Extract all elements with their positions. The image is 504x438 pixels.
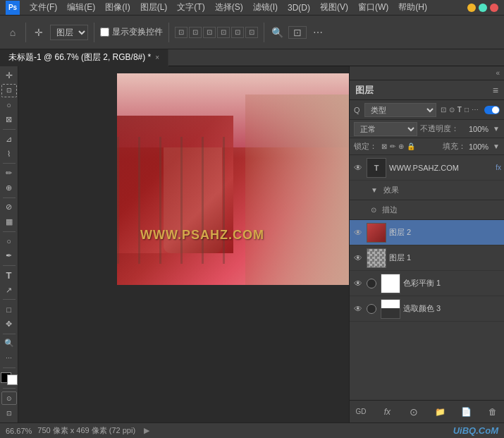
dodge-tool[interactable]: ○ xyxy=(1,235,17,248)
tool-divider-3 xyxy=(3,197,16,198)
text-tool[interactable]: T xyxy=(1,269,17,282)
align-right-icon[interactable]: ⊡ xyxy=(203,27,216,38)
menu-edit[interactable]: 编辑(E) xyxy=(63,0,99,15)
tab-close-button[interactable]: × xyxy=(155,54,159,61)
dimensions-expand[interactable]: ▶ xyxy=(144,426,149,435)
screen-mode-tool[interactable]: ⊡ xyxy=(1,406,17,420)
menu-text[interactable]: 文字(T) xyxy=(173,0,209,15)
align-bottom-icon[interactable]: ⊡ xyxy=(245,27,258,38)
tab-bar: 未标题-1 @ 66.7% (图层 2, RGB/8#) * × xyxy=(0,49,504,66)
gradient-tool[interactable]: ▦ xyxy=(1,215,17,229)
layer-visibility-2[interactable]: 👁 xyxy=(352,227,364,238)
new-layer-button[interactable]: 📄 xyxy=(460,405,474,419)
menu-view[interactable]: 视图(V) xyxy=(316,0,352,15)
panel-menu-icon[interactable]: ≡ xyxy=(493,85,498,96)
filter-text-icon[interactable]: T xyxy=(457,106,462,114)
crop-tool[interactable]: ⊿ xyxy=(1,133,17,146)
layer-visibility-text[interactable]: 👁 xyxy=(352,162,364,174)
menu-image[interactable]: 图像(I) xyxy=(101,0,134,15)
search-icon[interactable]: 🔍 xyxy=(270,25,284,39)
layer-sub-stroke[interactable]: ⊙ 描边 xyxy=(350,200,504,220)
transform-checkbox-input[interactable] xyxy=(100,28,109,37)
layer-2[interactable]: 👁 图层 2 xyxy=(350,220,504,245)
layer-text[interactable]: 👁 T WWW.PSAHZ.COM fx xyxy=(350,155,504,181)
layer-visibility-1[interactable]: 👁 xyxy=(352,253,364,264)
toolbar-divider-4 xyxy=(264,23,264,42)
ps-logo: Ps xyxy=(6,1,20,15)
filter-toggle[interactable] xyxy=(484,106,500,114)
more-tools[interactable]: ⋯ xyxy=(1,351,17,365)
filter-pixel-icon[interactable]: ⊡ xyxy=(441,106,446,114)
quick-mask-tool[interactable]: ⊙ xyxy=(1,391,17,405)
lock-pixels-icon[interactable]: ⊠ xyxy=(381,142,387,150)
layer-sub-stroke-name: 描边 xyxy=(382,205,398,215)
layer-sub-effects[interactable]: ▼ 效果 xyxy=(350,181,504,200)
blend-row: 正常 不透明度： 100% ▼ xyxy=(350,120,504,138)
toolbar-divider-3 xyxy=(168,23,169,42)
marquee-tool[interactable]: ⊡ xyxy=(1,84,17,97)
menu-file[interactable]: 文件(F) xyxy=(25,0,61,15)
lock-all-icon[interactable]: 🔒 xyxy=(407,142,415,150)
fx-button[interactable]: fx xyxy=(380,405,394,419)
tool-divider-6 xyxy=(3,299,16,300)
move-mode-select[interactable]: 图层 xyxy=(50,25,88,40)
opacity-row: 不透明度： 100% ▼ xyxy=(420,123,500,134)
move-tool[interactable]: ✛ xyxy=(1,69,17,83)
lock-position-icon[interactable]: ✏ xyxy=(390,142,395,150)
more-options-icon[interactable]: ⋯ xyxy=(311,25,325,39)
blend-mode-select[interactable]: 正常 xyxy=(354,122,417,136)
background-color[interactable] xyxy=(7,375,18,385)
layer-sub-effects-name: 效果 xyxy=(383,185,399,195)
panel-header: 图层 ≡ xyxy=(350,80,504,100)
filter-type-select[interactable]: 类型 xyxy=(364,103,436,117)
move-tool-icon[interactable]: ✛ xyxy=(32,25,46,39)
collapse-left-icon[interactable]: « xyxy=(496,69,500,77)
path-select-tool[interactable]: ↗ xyxy=(1,284,17,297)
eraser-tool[interactable]: ⊘ xyxy=(1,200,17,214)
delete-layer-button[interactable]: 🗑 xyxy=(486,405,500,419)
menu-filter[interactable]: 滤镜(I) xyxy=(249,0,282,15)
align-center-icon[interactable]: ⊡ xyxy=(189,27,202,38)
minimize-button[interactable] xyxy=(467,4,476,12)
filter-shape-icon[interactable]: □ xyxy=(465,106,469,114)
eyedropper-tool[interactable]: ⌇ xyxy=(1,147,17,161)
align-left-icon[interactable]: ⊡ xyxy=(175,27,188,38)
layer-color-balance[interactable]: 👁 色彩平衡 1 xyxy=(350,271,504,296)
layer-selective-color[interactable]: 👁 选取颜色 3 xyxy=(350,296,504,322)
menu-help[interactable]: 帮助(H) xyxy=(394,0,431,15)
menu-layer[interactable]: 图层(L) xyxy=(136,0,172,15)
person-area xyxy=(245,95,350,285)
clone-tool[interactable]: ⊕ xyxy=(1,181,17,195)
layer-name-cb: 色彩平衡 1 xyxy=(403,278,501,288)
add-mask-button[interactable]: ⊙ xyxy=(407,405,421,419)
lock-artboard-icon[interactable]: ⊕ xyxy=(398,142,404,150)
fill-dropdown-icon[interactable]: ▼ xyxy=(493,142,500,150)
view-mode-icon[interactable]: ⊡ xyxy=(288,26,307,39)
filter-smart-icon[interactable]: ⋯ xyxy=(472,106,479,114)
link-icon[interactable]: GD xyxy=(354,405,368,419)
pen-tool[interactable]: ✒ xyxy=(1,249,17,262)
transform-checkbox[interactable]: 显示变换控件 xyxy=(100,26,163,38)
home-icon[interactable]: ⌂ xyxy=(6,25,20,39)
magic-wand-tool[interactable]: ⊠ xyxy=(1,113,17,126)
align-top-icon[interactable]: ⊡ xyxy=(217,27,230,38)
zoom-tool[interactable]: 🔍 xyxy=(1,336,17,350)
color-picker[interactable] xyxy=(1,372,18,386)
layer-visibility-cb[interactable]: 👁 xyxy=(352,278,364,289)
maximize-button[interactable] xyxy=(479,4,487,12)
filter-adjustment-icon[interactable]: ⊙ xyxy=(449,106,455,114)
brush-tool[interactable]: ✏ xyxy=(1,166,17,180)
menu-select[interactable]: 选择(S) xyxy=(211,0,247,15)
lasso-tool[interactable]: ○ xyxy=(1,99,17,112)
align-middle-icon[interactable]: ⊡ xyxy=(231,27,244,38)
layer-visibility-sc[interactable]: 👁 xyxy=(352,303,364,315)
close-button[interactable] xyxy=(490,4,498,12)
new-group-button[interactable]: 📁 xyxy=(433,405,447,419)
layer-1[interactable]: 👁 图层 1 xyxy=(350,245,504,271)
menu-3d[interactable]: 3D(D) xyxy=(283,1,314,14)
menu-window[interactable]: 窗口(W) xyxy=(354,0,393,15)
hand-tool[interactable]: ✥ xyxy=(1,317,17,331)
shape-tool[interactable]: □ xyxy=(1,303,17,316)
document-tab[interactable]: 未标题-1 @ 66.7% (图层 2, RGB/8#) * × xyxy=(0,49,168,66)
opacity-dropdown-icon[interactable]: ▼ xyxy=(493,125,500,133)
